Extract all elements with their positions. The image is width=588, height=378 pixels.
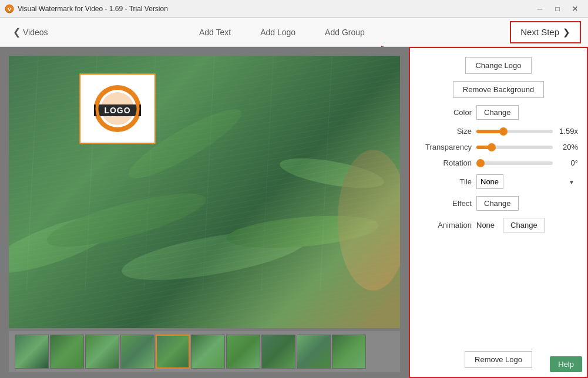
window-controls: ─ □ ✕ xyxy=(532,2,583,15)
toolbar-center: Add Text Add Logo Add Group xyxy=(54,24,510,41)
tile-select[interactable]: None 2x2 3x3 4x4 xyxy=(476,174,503,189)
effect-label: Effect xyxy=(419,199,472,208)
transparency-slider-thumb[interactable] xyxy=(488,143,496,151)
rotation-row: Rotation 0° xyxy=(419,158,578,167)
rotation-value: 0° xyxy=(557,158,578,167)
maximize-button[interactable]: □ xyxy=(549,2,566,15)
timeline-strip xyxy=(9,331,400,372)
rotation-slider[interactable] xyxy=(476,161,553,165)
timeline-thumb-4[interactable] xyxy=(120,335,154,369)
help-button[interactable]: Help xyxy=(550,356,582,372)
transparency-label: Transparency xyxy=(419,143,472,151)
rotation-slider-thumb[interactable] xyxy=(476,159,485,167)
transparency-slider[interactable] xyxy=(476,146,553,149)
next-step-button[interactable]: Next Step ❯ xyxy=(510,21,581,43)
transparency-row: Transparency 20% xyxy=(419,143,578,151)
tile-select-wrapper: None 2x2 3x3 4x4 xyxy=(476,174,578,189)
change-logo-button[interactable]: Change Logo xyxy=(465,57,531,74)
title-bar: V Visual Watermark for Video - 1.69 - Tr… xyxy=(0,0,588,18)
color-row: Color Change xyxy=(419,105,578,120)
size-slider-thumb[interactable] xyxy=(499,127,508,136)
animation-none-value: None xyxy=(476,221,495,230)
timeline-thumb-3[interactable] xyxy=(85,335,119,369)
tile-label: Tile xyxy=(419,177,472,186)
animation-change-button[interactable]: Change xyxy=(503,218,545,232)
svg-text:V: V xyxy=(8,6,11,12)
timeline-thumb-10[interactable] xyxy=(332,335,366,369)
right-panel: Change Logo Remove Background Color Chan… xyxy=(409,47,588,378)
remove-bg-row: Remove Background xyxy=(419,81,578,98)
toolbar: ❮ Videos Add Text Add Logo Add Group Nex… xyxy=(0,18,588,47)
effect-row: Effect Change xyxy=(419,196,578,211)
size-value: 1.59x xyxy=(557,127,578,136)
video-preview: LOGO xyxy=(9,56,400,328)
video-background: LOGO xyxy=(9,56,400,328)
size-label: Size xyxy=(419,127,472,136)
rotation-label: Rotation xyxy=(419,158,472,167)
toolbar-left: ❮ Videos xyxy=(7,23,54,41)
color-change-button[interactable]: Change xyxy=(476,105,519,120)
app-icon: V xyxy=(5,4,14,14)
timeline-thumb-8[interactable] xyxy=(261,335,295,369)
timeline-thumb-7[interactable] xyxy=(226,335,260,369)
add-group-button[interactable]: Add Group xyxy=(319,24,371,41)
size-slider[interactable] xyxy=(476,130,553,133)
animation-label: Animation xyxy=(419,221,472,230)
timeline-thumb-1[interactable] xyxy=(15,335,49,369)
timeline-thumb-9[interactable] xyxy=(297,335,331,369)
back-videos-button[interactable]: ❮ Videos xyxy=(7,23,54,41)
toolbar-right: Next Step ❯ xyxy=(510,21,581,43)
minimize-button[interactable]: ─ xyxy=(532,2,548,15)
timeline-thumb-5[interactable] xyxy=(156,335,190,369)
add-logo-button[interactable]: Add Logo xyxy=(254,24,301,41)
close-button[interactable]: ✕ xyxy=(567,2,583,15)
next-step-label: Next Step xyxy=(520,27,559,37)
chevron-right-icon: ❯ xyxy=(563,27,570,38)
logo-watermark[interactable]: LOGO xyxy=(79,73,156,144)
size-row: Size 1.59x xyxy=(419,127,578,136)
timeline-thumb-2[interactable] xyxy=(50,335,84,369)
animation-row: Animation None Change xyxy=(419,218,578,232)
transparency-value: 20% xyxy=(557,143,578,151)
change-logo-row: Change Logo xyxy=(419,57,578,74)
app-title: Visual Watermark for Video - 1.69 - Tria… xyxy=(18,5,532,13)
back-label: Videos xyxy=(23,28,48,37)
effect-change-button[interactable]: Change xyxy=(476,196,519,211)
video-area: LOGO xyxy=(0,47,409,378)
tile-row: Tile None 2x2 3x3 4x4 xyxy=(419,174,578,189)
remove-background-button[interactable]: Remove Background xyxy=(453,81,544,98)
color-label: Color xyxy=(419,108,472,117)
main-content: LOGO xyxy=(0,47,588,378)
logo-inner: LOGO xyxy=(85,79,150,138)
add-text-button[interactable]: Add Text xyxy=(193,24,237,41)
svg-text:LOGO: LOGO xyxy=(104,106,130,115)
remove-logo-button[interactable]: Remove Logo xyxy=(465,351,532,368)
chevron-left-icon: ❮ xyxy=(13,26,21,38)
timeline-thumb-6[interactable] xyxy=(191,335,225,369)
